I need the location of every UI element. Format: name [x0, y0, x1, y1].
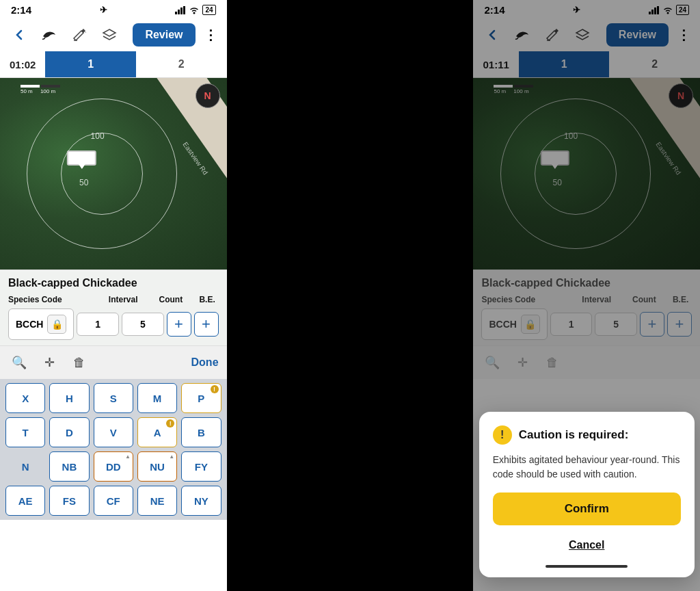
key-H[interactable]: H — [49, 383, 89, 413]
key-P[interactable]: P — [181, 383, 221, 413]
back-btn-left[interactable] — [7, 23, 31, 47]
cancel-button[interactable]: Cancel — [493, 531, 681, 560]
svg-rect-3 — [183, 6, 185, 14]
review-btn-left[interactable]: Review — [133, 23, 195, 47]
plus-btn-left[interactable]: + — [167, 312, 191, 337]
key-FY[interactable]: FY — [181, 451, 221, 482]
svg-point-4 — [193, 12, 196, 14]
key-FS[interactable]: FS — [49, 486, 89, 516]
key-NU[interactable]: NU — [137, 451, 177, 482]
interval-field-left[interactable]: 1 — [77, 313, 119, 336]
modal-title-text: Caution is required: — [519, 428, 629, 442]
time-left: 2:14 — [11, 4, 31, 16]
species-title-left: Black-capped Chickadee — [8, 277, 219, 289]
key-A[interactable]: A — [137, 417, 177, 447]
tab-2-left[interactable]: 2 — [136, 51, 227, 77]
key-NE[interactable]: NE — [137, 486, 177, 516]
col-species-header-left: Species Code — [8, 295, 98, 304]
col-count-header-left: Count — [148, 295, 193, 304]
layers-icon-left[interactable] — [97, 23, 122, 47]
form-header-left: Species Code Interval Count B.E. — [8, 295, 219, 304]
key-NB[interactable]: NB — [49, 451, 89, 482]
species-form-left: Black-capped Chickadee Species Code Inte… — [0, 270, 227, 345]
modal-overlay: ! Caution is required: Exhibits agitated… — [473, 0, 700, 591]
key-M[interactable]: M — [137, 383, 177, 413]
col-be-header-left: B.E. — [196, 295, 219, 304]
col-interval-header-left: Interval — [100, 295, 146, 304]
species-keyboard-left: X H S M P T D V A B N NB DD NU FY AE FS … — [0, 379, 227, 520]
delete-icon-left[interactable]: 🗑 — [68, 352, 90, 373]
key-V[interactable]: V — [94, 417, 133, 447]
done-btn-left[interactable]: Done — [191, 356, 219, 369]
battery-left: 24 — [202, 5, 215, 15]
map-scale-left: 50 m 100 m — [21, 85, 60, 94]
confirm-button[interactable]: Confirm — [493, 492, 681, 525]
key-X[interactable]: X — [5, 383, 45, 413]
key-AE[interactable]: AE — [5, 486, 45, 516]
caution-icon: ! — [493, 425, 512, 445]
form-row-left: BCCH 🔒 1 5 + + — [8, 308, 219, 340]
left-phone-panel: 2:14 ✈ 24 Review ⋮ 01:02 1 — [0, 0, 227, 591]
svg-rect-0 — [175, 12, 177, 14]
status-icons-left: 24 — [175, 5, 215, 15]
map-marker-left — [67, 150, 96, 166]
home-indicator-right — [546, 565, 628, 568]
keyboard-toolbar-left: 🔍 ✛ 🗑 Done — [0, 345, 227, 379]
divider — [227, 0, 337, 591]
map-label-100-left: 100 — [91, 131, 105, 141]
map-circle-inner-left — [61, 133, 143, 215]
svg-rect-2 — [180, 8, 183, 14]
map-left[interactable]: 100 50 50 m 100 m N Eastview Rd — [0, 78, 227, 270]
svg-rect-1 — [178, 10, 180, 14]
caution-modal: ! Caution is required: Exhibits agitated… — [479, 412, 695, 577]
tab-1-left[interactable]: 1 — [45, 51, 136, 77]
key-NY[interactable]: NY — [181, 486, 221, 516]
key-N-empty: N — [5, 451, 45, 482]
timer-row-left: 01:02 1 2 — [0, 51, 227, 78]
key-S[interactable]: S — [94, 383, 133, 413]
signal-icon-left — [175, 6, 186, 14]
compass-left: N — [196, 83, 220, 108]
key-DD[interactable]: DD — [94, 451, 133, 482]
key-CF[interactable]: CF — [94, 486, 133, 516]
search-kb-icon-left[interactable]: 🔍 — [8, 352, 30, 373]
right-phone-panel: 2:14 ✈ 24 Review ⋮ 01:11 1 — [473, 0, 700, 591]
status-bar-left: 2:14 ✈ 24 — [0, 0, 227, 18]
more-btn-left[interactable]: ⋮ — [201, 27, 220, 43]
modal-body: Exhibits agitated behaviour year-round. … — [493, 453, 681, 482]
key-B[interactable]: B — [181, 417, 221, 447]
map-label-50-left: 50 — [79, 178, 88, 187]
wifi-icon-left — [189, 6, 200, 14]
timer-display-left: 01:02 — [0, 53, 45, 76]
lock-icon-left[interactable]: 🔒 — [47, 315, 66, 334]
species-code-field-left[interactable]: BCCH 🔒 — [8, 308, 74, 340]
more-btn-row-left[interactable]: + — [194, 312, 219, 337]
move-icon-left[interactable]: ✛ — [38, 352, 60, 373]
svg-marker-7 — [103, 29, 116, 36]
key-T[interactable]: T — [5, 417, 45, 447]
count-field-left[interactable]: 5 — [122, 313, 164, 336]
key-D[interactable]: D — [49, 417, 89, 447]
modal-title: ! Caution is required: — [493, 425, 681, 445]
location-icon-left: ✈ — [100, 5, 107, 15]
bird-icon-left — [37, 23, 62, 47]
top-nav-left: Review ⋮ — [0, 18, 227, 51]
edit-icon-left[interactable] — [67, 23, 92, 47]
